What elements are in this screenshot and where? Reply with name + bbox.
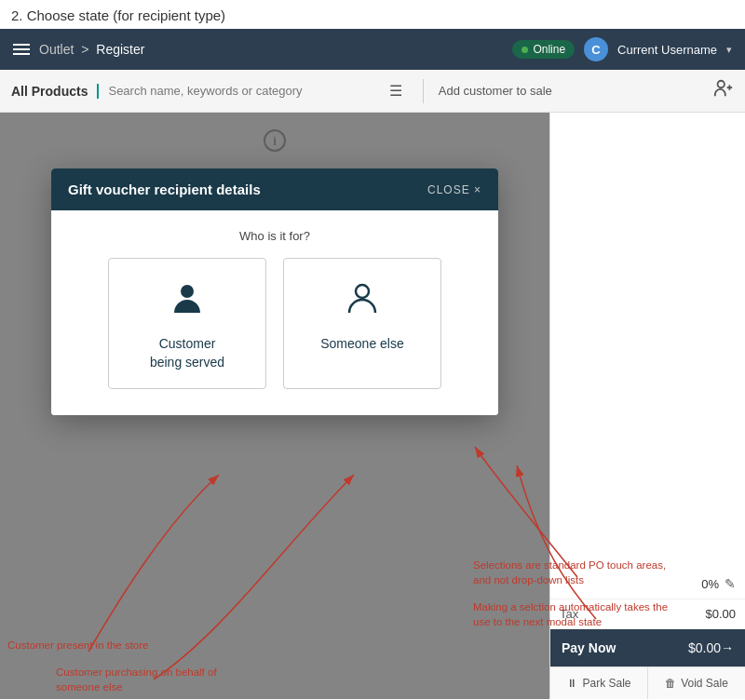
void-sale-icon: 🗑 — [665, 677, 676, 690]
breadcrumb-sep: > — [81, 42, 88, 57]
svg-point-3 — [181, 285, 194, 298]
svg-point-4 — [356, 285, 369, 298]
sub-toolbar: All Products ☰ Add customer to sale — [0, 70, 745, 113]
modal-title: Gift voucher recipient details — [68, 182, 261, 197]
tax-value: $0.00 — [705, 607, 736, 621]
person-filled-icon — [169, 279, 206, 324]
discount-percent: 0% — [701, 577, 719, 591]
filter-icon[interactable]: ☰ — [384, 82, 408, 100]
add-customer-icon[interactable] — [713, 78, 734, 103]
svg-point-0 — [718, 81, 725, 88]
tax-row: Tax $0.00 — [550, 599, 745, 629]
breadcrumb-register[interactable]: Register — [96, 42, 144, 57]
search-input[interactable] — [108, 80, 373, 101]
person-outline-icon — [344, 279, 381, 324]
option-someone-else[interactable]: Someone else — [283, 258, 441, 389]
modal-overlay: Gift voucher recipient details CLOSE × W… — [0, 113, 549, 699]
search-input-wrap — [108, 80, 373, 101]
page-title: 2. Choose state (for recipient type) — [0, 0, 745, 29]
pay-now-amount: $0.00→ — [688, 640, 734, 655]
option-someone-else-label: Someone else — [320, 335, 404, 354]
products-area: i Gift voucher recipient details CLOSE ×… — [0, 113, 549, 699]
hamburger-menu[interactable] — [13, 44, 30, 55]
breadcrumb-outlet[interactable]: Outlet — [39, 42, 74, 57]
park-sale-icon: ⏸ — [566, 677, 577, 690]
park-sale-label: Park Sale — [582, 677, 630, 690]
breadcrumb: Outlet > Register — [39, 42, 144, 57]
tax-label: Tax — [560, 607, 578, 621]
park-sale-button[interactable]: ⏸ Park Sale — [550, 667, 648, 699]
option-customer-label: Customerbeing served — [150, 335, 224, 371]
void-sale-button[interactable]: 🗑 Void Sale — [648, 667, 745, 699]
option-customer-being-served[interactable]: Customerbeing served — [108, 258, 266, 389]
right-panel-body — [550, 113, 745, 569]
edit-discount-icon[interactable]: ✎ — [725, 576, 736, 591]
status-label: Online — [533, 43, 565, 56]
user-name: Current Username — [617, 43, 717, 57]
modal-question: Who is it for? — [74, 229, 476, 243]
user-dropdown-arrow[interactable]: ▾ — [726, 44, 732, 56]
nav-bar: Outlet > Register Online C Current Usern… — [0, 29, 745, 70]
bottom-actions: ⏸ Park Sale 🗑 Void Sale — [550, 666, 745, 699]
modal: Gift voucher recipient details CLOSE × W… — [51, 168, 498, 415]
status-dot — [522, 47, 528, 53]
modal-options: Customerbeing served Someone else — [74, 258, 476, 389]
void-sale-label: Void Sale — [681, 677, 728, 690]
pay-now-label: Pay Now — [562, 640, 616, 655]
divider — [423, 79, 424, 103]
modal-body: Who is it for? Customerbeing served — [51, 210, 498, 415]
pay-now-button[interactable]: Pay Now $0.00→ — [550, 629, 745, 666]
modal-close-button[interactable]: CLOSE × — [427, 183, 481, 196]
user-avatar: C — [584, 37, 608, 61]
add-customer-text: Add customer to sale — [439, 84, 704, 98]
products-label: All Products — [11, 84, 99, 99]
right-panel: 0% ✎ Tax $0.00 Pay Now $0.00→ ⏸ Park Sal… — [549, 113, 745, 699]
status-badge: Online — [512, 40, 575, 59]
main-area: i Gift voucher recipient details CLOSE ×… — [0, 113, 745, 699]
discount-row: 0% ✎ — [550, 569, 745, 599]
modal-header: Gift voucher recipient details CLOSE × — [51, 168, 498, 210]
